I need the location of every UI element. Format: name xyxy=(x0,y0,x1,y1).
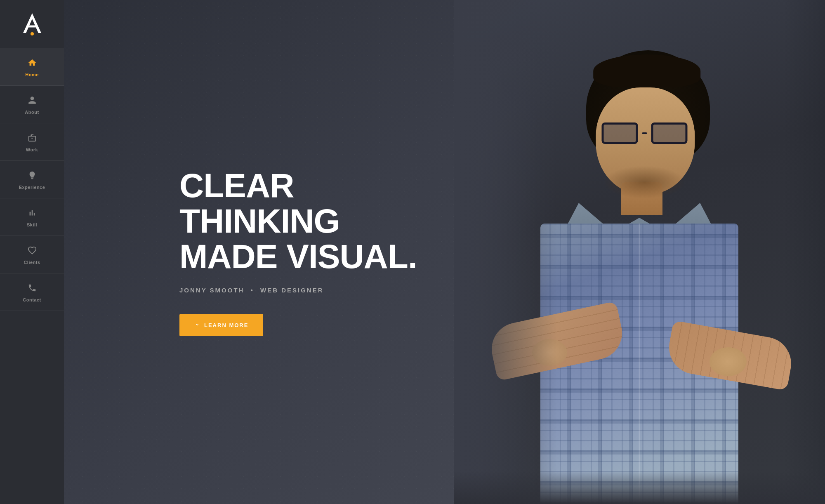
sidebar-item-about[interactable]: About xyxy=(0,86,64,123)
logo[interactable] xyxy=(0,0,64,48)
skill-label: Skill xyxy=(27,222,37,227)
bulb-icon xyxy=(28,171,37,182)
chevron-down-icon xyxy=(194,322,200,329)
learn-more-label: LEARN MORE xyxy=(204,322,248,328)
sidebar: Home About Work xyxy=(0,0,64,504)
briefcase-icon xyxy=(28,133,37,145)
heart-icon xyxy=(28,246,37,257)
hero-title-line1: CLEAR THINKING xyxy=(179,167,339,240)
contact-label: Contact xyxy=(23,297,41,302)
sidebar-nav: Home About Work xyxy=(0,48,64,504)
person-area xyxy=(454,0,825,504)
person-icon xyxy=(28,96,37,107)
sidebar-item-work[interactable]: Work xyxy=(0,123,64,161)
sidebar-item-experience[interactable]: Experience xyxy=(0,161,64,198)
main-content: CLEAR THINKING MADE VISUAL. JONNY SMOOTH… xyxy=(64,0,825,504)
sidebar-item-home[interactable]: Home xyxy=(0,48,64,86)
hero-subtitle: JONNY SMOOTH • WEB DESIGNER xyxy=(179,287,427,294)
sidebar-item-clients[interactable]: Clients xyxy=(0,236,64,273)
chart-icon xyxy=(28,208,37,220)
hero-separator: • xyxy=(251,287,254,294)
home-icon xyxy=(28,58,37,70)
learn-more-button[interactable]: LEARN MORE xyxy=(179,314,263,336)
svg-rect-3 xyxy=(31,138,33,139)
phone-icon xyxy=(28,283,37,295)
hero-title-line2: MADE VISUAL. xyxy=(179,238,417,275)
hero-name: JONNY SMOOTH xyxy=(179,287,244,294)
experience-label: Experience xyxy=(19,185,45,190)
sidebar-item-contact[interactable]: Contact xyxy=(0,273,64,311)
home-label: Home xyxy=(25,72,39,77)
hero-role: WEB DESIGNER xyxy=(260,287,324,294)
about-label: About xyxy=(25,110,39,115)
hero-content: CLEAR THINKING MADE VISUAL. JONNY SMOOTH… xyxy=(179,168,427,336)
svg-marker-0 xyxy=(23,13,41,33)
work-label: Work xyxy=(26,147,38,152)
logo-icon xyxy=(20,12,45,36)
sidebar-item-skill[interactable]: Skill xyxy=(0,198,64,236)
clients-label: Clients xyxy=(24,260,40,265)
hero-title: CLEAR THINKING MADE VISUAL. xyxy=(179,168,427,274)
svg-point-2 xyxy=(31,32,34,35)
